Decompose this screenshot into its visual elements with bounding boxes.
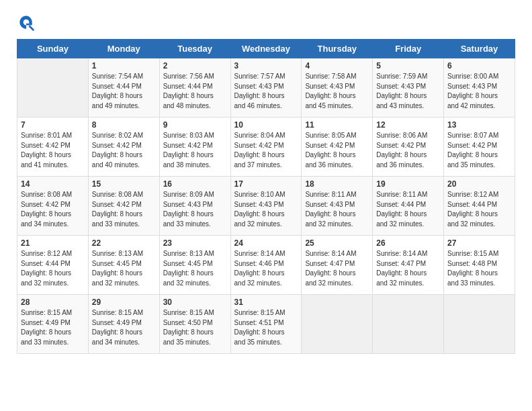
sunset-text: Sunset: 4:43 PM <box>234 83 284 90</box>
daylight-text: Daylight: 8 hours <box>21 210 71 218</box>
daylight-minutes-text: and 36 minutes. <box>305 161 353 169</box>
day-info: Sunrise: 8:04 AMSunset: 4:42 PMDaylight:… <box>234 131 298 170</box>
calendar-cell: 1Sunrise: 7:54 AMSunset: 4:44 PMDaylight… <box>88 58 159 118</box>
daylight-minutes-text: and 33 minutes. <box>447 279 495 287</box>
sunset-text: Sunset: 4:42 PM <box>234 142 284 149</box>
calendar-cell <box>302 295 373 354</box>
day-number: 13 <box>447 120 511 130</box>
sunset-text: Sunset: 4:49 PM <box>21 319 71 326</box>
daylight-minutes-text: and 33 minutes. <box>21 338 69 346</box>
day-info: Sunrise: 8:00 AMSunset: 4:43 PMDaylight:… <box>447 72 511 111</box>
sunset-text: Sunset: 4:46 PM <box>234 260 284 267</box>
calendar-week-row: 14Sunrise: 8:08 AMSunset: 4:42 PMDayligh… <box>17 177 515 236</box>
calendar-week-row: 7Sunrise: 8:01 AMSunset: 4:42 PMDaylight… <box>17 118 515 177</box>
calendar-cell: 27Sunrise: 8:15 AMSunset: 4:48 PMDayligh… <box>444 236 515 295</box>
sunrise-text: Sunrise: 7:54 AM <box>92 73 143 80</box>
daylight-text: Daylight: 8 hours <box>305 151 355 158</box>
calendar-header-monday: Monday <box>88 40 159 58</box>
day-number: 26 <box>376 238 440 248</box>
calendar-cell: 7Sunrise: 8:01 AMSunset: 4:42 PMDaylight… <box>17 118 89 177</box>
sunrise-text: Sunrise: 8:14 AM <box>305 250 356 257</box>
sunset-text: Sunset: 4:44 PM <box>21 260 71 267</box>
sunset-text: Sunset: 4:42 PM <box>447 142 497 149</box>
calendar-header-thursday: Thursday <box>302 40 373 58</box>
day-info: Sunrise: 8:12 AMSunset: 4:44 PMDaylight:… <box>447 190 511 229</box>
day-info: Sunrise: 8:15 AMSunset: 4:50 PMDaylight:… <box>163 308 227 347</box>
sunset-text: Sunset: 4:42 PM <box>21 201 71 208</box>
daylight-text: Daylight: 8 hours <box>163 328 214 336</box>
daylight-text: Daylight: 8 hours <box>376 92 427 99</box>
day-number: 12 <box>376 120 440 130</box>
daylight-text: Daylight: 8 hours <box>447 269 498 277</box>
day-info: Sunrise: 8:07 AMSunset: 4:42 PMDaylight:… <box>447 131 511 170</box>
sunrise-text: Sunrise: 8:14 AM <box>234 250 285 257</box>
day-info: Sunrise: 7:56 AMSunset: 4:44 PMDaylight:… <box>163 72 227 111</box>
daylight-minutes-text: and 33 minutes. <box>163 220 211 228</box>
day-number: 27 <box>447 238 511 248</box>
logo-icon <box>17 13 36 32</box>
sunrise-text: Sunrise: 8:02 AM <box>92 132 143 139</box>
day-info: Sunrise: 8:05 AMSunset: 4:42 PMDaylight:… <box>305 131 369 170</box>
daylight-text: Daylight: 8 hours <box>163 92 214 99</box>
calendar-week-row: 28Sunrise: 8:15 AMSunset: 4:49 PMDayligh… <box>17 295 515 354</box>
calendar-cell: 25Sunrise: 8:14 AMSunset: 4:47 PMDayligh… <box>302 236 373 295</box>
sunset-text: Sunset: 4:43 PM <box>305 83 355 90</box>
sunrise-text: Sunrise: 8:14 AM <box>376 250 427 257</box>
day-info: Sunrise: 7:58 AMSunset: 4:43 PMDaylight:… <box>305 72 369 111</box>
sunrise-text: Sunrise: 8:08 AM <box>21 191 72 198</box>
sunset-text: Sunset: 4:47 PM <box>376 260 426 267</box>
day-info: Sunrise: 8:15 AMSunset: 4:49 PMDaylight:… <box>21 308 85 347</box>
sunset-text: Sunset: 4:43 PM <box>305 201 355 208</box>
day-info: Sunrise: 8:13 AMSunset: 4:45 PMDaylight:… <box>92 249 156 288</box>
daylight-minutes-text: and 32 minutes. <box>305 220 353 228</box>
sunset-text: Sunset: 4:48 PM <box>447 260 497 267</box>
daylight-text: Daylight: 8 hours <box>92 269 142 277</box>
calendar-cell <box>373 295 444 354</box>
sunset-text: Sunset: 4:42 PM <box>92 142 142 149</box>
daylight-text: Daylight: 8 hours <box>92 92 142 99</box>
daylight-text: Daylight: 8 hours <box>234 269 285 277</box>
calendar-cell: 20Sunrise: 8:12 AMSunset: 4:44 PMDayligh… <box>444 177 515 236</box>
day-number: 14 <box>21 179 85 189</box>
calendar-cell: 28Sunrise: 8:15 AMSunset: 4:49 PMDayligh… <box>17 295 89 354</box>
sunrise-text: Sunrise: 7:58 AM <box>305 73 356 80</box>
calendar-cell: 30Sunrise: 8:15 AMSunset: 4:50 PMDayligh… <box>159 295 230 354</box>
calendar-cell <box>17 58 89 118</box>
calendar-week-row: 1Sunrise: 7:54 AMSunset: 4:44 PMDaylight… <box>17 58 515 118</box>
sunset-text: Sunset: 4:44 PM <box>163 83 213 90</box>
page: SundayMondayTuesdayWednesdayThursdayFrid… <box>0 0 532 411</box>
daylight-minutes-text: and 35 minutes. <box>163 338 211 346</box>
calendar-cell: 9Sunrise: 8:03 AMSunset: 4:42 PMDaylight… <box>159 118 230 177</box>
logo <box>17 13 38 32</box>
calendar-cell: 24Sunrise: 8:14 AMSunset: 4:46 PMDayligh… <box>230 236 302 295</box>
day-number: 19 <box>376 179 440 189</box>
calendar-cell: 11Sunrise: 8:05 AMSunset: 4:42 PMDayligh… <box>302 118 373 177</box>
day-info: Sunrise: 8:11 AMSunset: 4:43 PMDaylight:… <box>305 190 369 229</box>
daylight-minutes-text: and 36 minutes. <box>376 161 424 169</box>
sunrise-text: Sunrise: 8:13 AM <box>92 250 143 257</box>
daylight-minutes-text: and 32 minutes. <box>92 279 140 287</box>
daylight-minutes-text: and 32 minutes. <box>234 279 282 287</box>
daylight-text: Daylight: 8 hours <box>376 210 427 218</box>
sunrise-text: Sunrise: 8:15 AM <box>447 250 498 257</box>
daylight-minutes-text: and 48 minutes. <box>163 102 211 109</box>
daylight-text: Daylight: 8 hours <box>163 210 214 218</box>
sunset-text: Sunset: 4:51 PM <box>234 319 284 326</box>
sunrise-text: Sunrise: 8:08 AM <box>92 191 143 198</box>
sunrise-text: Sunrise: 7:57 AM <box>234 73 285 80</box>
calendar-cell: 21Sunrise: 8:12 AMSunset: 4:44 PMDayligh… <box>17 236 89 295</box>
daylight-minutes-text: and 34 minutes. <box>21 220 69 228</box>
sunrise-text: Sunrise: 8:07 AM <box>447 132 498 139</box>
calendar-table: SundayMondayTuesdayWednesdayThursdayFrid… <box>17 39 515 354</box>
sunset-text: Sunset: 4:43 PM <box>376 83 426 90</box>
day-info: Sunrise: 8:03 AMSunset: 4:42 PMDaylight:… <box>163 131 227 170</box>
day-info: Sunrise: 8:02 AMSunset: 4:42 PMDaylight:… <box>92 131 156 170</box>
sunset-text: Sunset: 4:45 PM <box>92 260 142 267</box>
day-info: Sunrise: 8:12 AMSunset: 4:44 PMDaylight:… <box>21 249 85 288</box>
calendar-header-friday: Friday <box>373 40 444 58</box>
day-info: Sunrise: 7:57 AMSunset: 4:43 PMDaylight:… <box>234 72 298 111</box>
daylight-minutes-text: and 43 minutes. <box>376 102 424 109</box>
daylight-text: Daylight: 8 hours <box>234 151 285 158</box>
calendar-cell: 6Sunrise: 8:00 AMSunset: 4:43 PMDaylight… <box>444 58 515 118</box>
day-number: 4 <box>305 61 369 71</box>
